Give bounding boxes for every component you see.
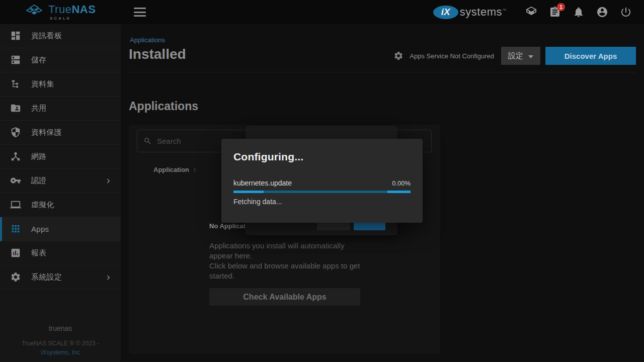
data-protection-icon (10, 127, 22, 139)
sidebar-item-label: Apps (31, 225, 49, 233)
chevron-right-icon (105, 274, 112, 281)
sidebar-nav: 資訊看板 儲存 資料集 共用 資料保護 網路 認證 虛擬化 Apps 報表 (0, 24, 121, 362)
sidebar-item-datasets[interactable]: 資料集 (0, 72, 121, 97)
sidebar-item-label: 系統設定 (31, 273, 62, 282)
breadcrumb[interactable]: Applications (130, 36, 165, 44)
truecommand-icon[interactable] (525, 6, 537, 18)
dialog-title: Configuring... (233, 151, 411, 163)
sidebar-item-label: 共用 (31, 104, 47, 113)
brand-name: TrueNAS (48, 4, 96, 15)
sidebar-item-label: 儲存 (31, 55, 47, 65)
truenas-logo[interactable]: TrueNAS SCALE (0, 4, 121, 21)
chevron-right-icon (105, 177, 112, 185)
notifications-bell-icon[interactable] (573, 6, 585, 18)
settings-dropdown-button[interactable]: 設定 (501, 47, 540, 65)
applications-section-title: Applications (129, 100, 198, 113)
sidebar-item-label: 網路 (31, 152, 47, 161)
sidebar-item-storage[interactable]: 儲存 (0, 48, 121, 72)
apps-icon (10, 223, 22, 235)
empty-state-line2: Click below and browse available apps to… (209, 261, 361, 281)
dashboard-icon (10, 30, 22, 42)
check-available-apps-button[interactable]: Check Available Apps (209, 288, 360, 306)
virtualization-icon (10, 199, 22, 211)
copyright-label: TrueNAS SCALE ® © 2023 - (0, 339, 121, 348)
header-actions: Apps Service Not Configured 設定 Discover … (393, 47, 636, 65)
empty-state-line1: Applications you install will automatica… (209, 241, 361, 261)
sidebar-item-label: 資訊看板 (31, 31, 62, 41)
sidebar-footer: truenas TrueNAS SCALE ® © 2023 - iXsyste… (0, 323, 121, 357)
sidebar-item-network[interactable]: 網路 (0, 145, 121, 169)
search-icon (143, 137, 152, 145)
sort-ascending-icon: ↑ (193, 166, 197, 173)
menu-toggle-icon[interactable] (134, 8, 146, 17)
header-divider (129, 72, 636, 72)
account-icon[interactable] (596, 6, 608, 18)
sidebar-item-reporting[interactable]: 報表 (0, 241, 121, 265)
sidebar-item-apps[interactable]: Apps (0, 217, 121, 241)
network-icon (10, 151, 22, 163)
storage-icon (10, 54, 22, 66)
reporting-icon (10, 247, 22, 259)
page-title: Installed (129, 46, 186, 62)
discover-apps-button[interactable]: Discover Apps (545, 47, 636, 65)
truenas-logo-icon (25, 4, 43, 20)
configuring-dialog: Configuring... kubernetes.update 0.00% F… (221, 139, 423, 223)
company-link[interactable]: iXsystems, Inc (0, 348, 121, 357)
hostname-label: truenas (0, 323, 121, 334)
sidebar-item-label: 資料保護 (31, 128, 62, 137)
sidebar-item-label: 資料集 (31, 79, 54, 89)
credentials-icon (10, 175, 22, 187)
sidebar-item-label: 報表 (31, 248, 47, 258)
system-settings-icon (10, 272, 22, 284)
ix-systems-text: systems™ (460, 6, 507, 19)
job-progress-percent: 0.00% (392, 179, 411, 187)
job-row: kubernetes.update 0.00% (233, 179, 411, 187)
gear-icon (393, 51, 404, 61)
datasets-icon (10, 78, 22, 90)
sidebar-item-credentials[interactable]: 認證 (0, 169, 121, 193)
sidebar-item-label: 虛擬化 (31, 200, 54, 210)
jobs-icon[interactable]: 1 (549, 6, 561, 18)
apps-service-status: Apps Service Not Configured (410, 52, 494, 60)
brand-scale-label: SCALE (50, 17, 96, 21)
progress-bar (233, 191, 411, 193)
sidebar-item-system-settings[interactable]: 系統設定 (0, 265, 121, 290)
sidebar-item-shares[interactable]: 共用 (0, 97, 121, 121)
sidebar-item-data-protection[interactable]: 資料保護 (0, 121, 121, 145)
job-name: kubernetes.update (233, 179, 292, 187)
column-header-application[interactable]: Application ↑ (153, 166, 196, 173)
jobs-badge: 1 (557, 3, 565, 11)
sidebar-item-virtualization[interactable]: 虛擬化 (0, 193, 121, 217)
ix-ellipse: iX (433, 6, 458, 19)
sidebar-item-dashboard[interactable]: 資訊看板 (0, 24, 121, 48)
power-icon[interactable] (620, 6, 632, 18)
chevron-down-icon (528, 55, 533, 58)
ixsystems-logo: iX systems™ (433, 6, 507, 19)
shares-icon (10, 103, 22, 115)
top-bar: TrueNAS SCALE iX systems™ 1 (0, 0, 644, 24)
sidebar-item-label: 認證 (31, 176, 47, 186)
job-status-text: Fetching data... (233, 198, 411, 206)
